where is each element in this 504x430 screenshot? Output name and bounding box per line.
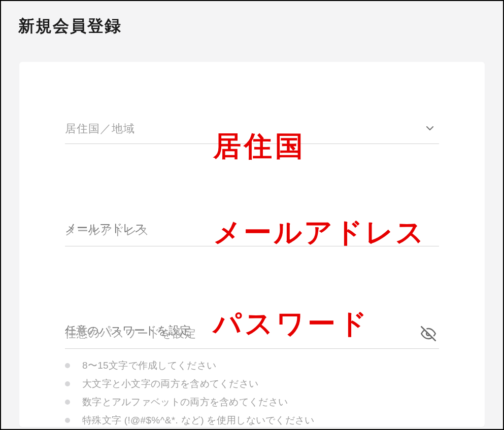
country-placeholder: 居住国／地域 — [65, 121, 135, 136]
page-title: 新規会員登録 — [1, 1, 503, 38]
country-field[interactable]: 居住国／地域 — [65, 108, 439, 144]
eye-off-icon[interactable] — [421, 326, 436, 341]
password-rule: 8〜15文字で作成してください — [65, 359, 439, 372]
password-rules: 8〜15文字で作成してください 大文字と小文字の両方を含めてください 数字とアル… — [65, 359, 439, 427]
chevron-down-icon — [424, 122, 436, 134]
email-field: メールアドレス — [65, 210, 439, 246]
password-rule: 数字とアルファベットの両方を含めてください — [65, 396, 439, 409]
password-rule: 大文字と小文字の両方を含めてください — [65, 377, 439, 390]
registration-card: 居住国／地域 メールアドレス 任意のパスワードを設定 8〜15文字で作成してくだ… — [19, 62, 485, 427]
email-input[interactable] — [65, 210, 439, 246]
password-field: 任意のパスワードを設定 — [65, 312, 439, 349]
password-rule: 特殊文字 (!@#$%^&*. など) を使用しないでください — [65, 414, 439, 427]
password-input[interactable] — [65, 312, 439, 348]
